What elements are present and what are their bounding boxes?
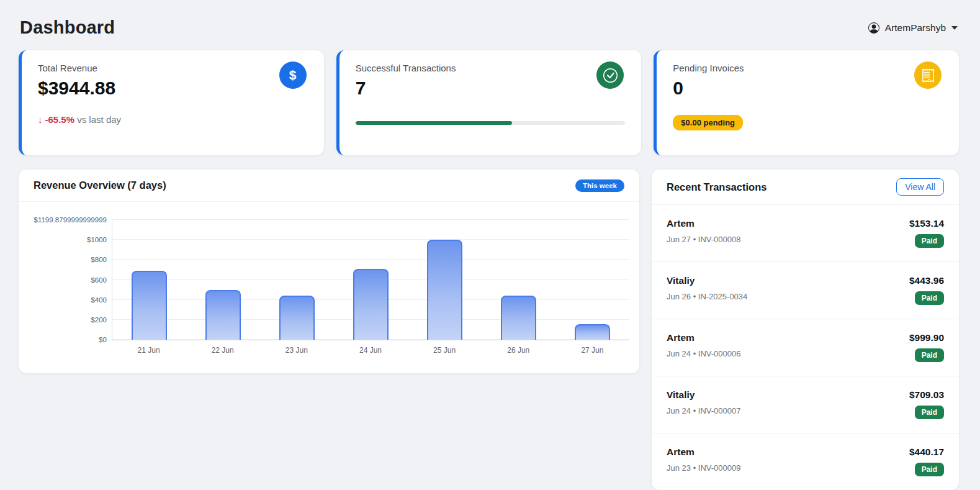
- x-axis-tick-label: 23 Jun: [259, 346, 333, 355]
- y-axis-tick-label: $600: [91, 276, 107, 284]
- transaction-name: Artem: [667, 332, 740, 343]
- pending-invoices-card: Pending Invoices 0 $0.00 pending: [654, 50, 959, 155]
- revenue-bar-27-jun[interactable]: [575, 324, 610, 340]
- transaction-row[interactable]: ArtemJun 24 • INV-000006$999.90Paid: [652, 319, 959, 376]
- status-badge: Paid: [915, 291, 944, 305]
- bar-slot: [260, 220, 334, 340]
- pending-invoices-value: 0: [673, 78, 943, 99]
- trend-suffix: vs last day: [77, 114, 121, 125]
- transaction-meta: Jun 27 • INV-000008: [667, 235, 740, 244]
- transaction-amount: $709.03: [909, 389, 944, 401]
- status-badge: Paid: [915, 406, 944, 419]
- dashboard-page: Dashboard ArtemParshyb Total Revenue $39…: [0, 0, 980, 490]
- y-axis-tick-label: $400: [91, 296, 107, 304]
- revenue-bar-25-jun[interactable]: [427, 240, 462, 340]
- bar-slot: [112, 220, 186, 340]
- stats-row: Total Revenue $3944.88 ↓-65.5% vs last d…: [19, 50, 959, 155]
- transaction-amount: $153.14: [909, 218, 944, 229]
- transaction-meta: Jun 26 • IN-2025-0034: [667, 292, 747, 301]
- bar-slot: [482, 220, 555, 340]
- transaction-info: VitaliyJun 26 • IN-2025-0034: [667, 275, 747, 301]
- top-header: Dashboard ArtemParshyb: [19, 0, 959, 50]
- revenue-panel-header: Revenue Overview (7 days) This week: [19, 170, 639, 202]
- successful-transactions-card: Successful Transactions 7: [336, 50, 642, 155]
- revenue-bar-22-jun[interactable]: [205, 290, 241, 340]
- transaction-info: VitaliyJun 24 • INV-000007: [667, 389, 740, 415]
- revenue-bar-24-jun[interactable]: [353, 269, 389, 340]
- revenue-overview-panel: Revenue Overview (7 days) This week $119…: [19, 170, 639, 373]
- revenue-chart: $1199.8799999999999$1000$800$600$400$200…: [19, 220, 639, 368]
- transactions-panel-header: Recent Transactions View All: [652, 170, 959, 205]
- revenue-trend: ↓-65.5% vs last day: [38, 114, 308, 125]
- revenue-bar-21-jun[interactable]: [132, 271, 167, 340]
- bar-slot: [408, 220, 482, 340]
- status-badge: Paid: [915, 463, 944, 476]
- view-all-button[interactable]: View All: [896, 178, 944, 196]
- revenue-panel-title: Revenue Overview (7 days): [34, 179, 166, 191]
- y-axis-tick-label: $1199.8799999999999: [34, 216, 107, 224]
- pending-amount-badge: $0.00 pending: [673, 115, 743, 130]
- x-axis-tick-label: 22 Jun: [186, 346, 259, 355]
- successful-transactions-value: 7: [356, 78, 626, 99]
- transaction-meta: Jun 24 • INV-000006: [667, 349, 740, 358]
- chart-plot-area: $1199.8799999999999$1000$800$600$400$200…: [112, 220, 629, 340]
- transaction-meta: Jun 24 • INV-000007: [667, 406, 740, 415]
- receipt-icon: [914, 61, 942, 89]
- revenue-bar-26-jun[interactable]: [501, 296, 536, 340]
- total-revenue-card: Total Revenue $3944.88 ↓-65.5% vs last d…: [19, 50, 324, 155]
- x-axis-tick-label: 25 Jun: [408, 346, 482, 355]
- transaction-name: Vitaliy: [667, 275, 747, 286]
- transaction-amount-block: $999.90Paid: [909, 332, 944, 362]
- bar-slot: [186, 220, 260, 340]
- chevron-down-icon: [951, 26, 958, 30]
- x-axis-tick-label: 24 Jun: [333, 346, 407, 355]
- stat-label: Pending Invoices: [673, 63, 943, 73]
- transaction-row[interactable]: ArtemJun 27 • INV-000008$153.14Paid: [652, 205, 959, 262]
- x-axis-tick-label: 21 Jun: [112, 346, 186, 355]
- transaction-meta: Jun 23 • INV-000009: [667, 463, 740, 473]
- transactions-panel-title: Recent Transactions: [667, 181, 766, 193]
- total-revenue-value: $3944.88: [38, 78, 308, 99]
- transaction-amount: $440.17: [909, 447, 944, 458]
- this-week-badge[interactable]: This week: [575, 179, 624, 192]
- person-circle-icon: [868, 22, 879, 34]
- transaction-amount-block: $153.14Paid: [909, 218, 944, 248]
- transaction-row[interactable]: ArtemJun 23 • INV-000009$440.17Paid: [652, 433, 959, 490]
- user-name: ArtemParshyb: [885, 22, 946, 34]
- trend-percent: -65.5%: [45, 114, 75, 125]
- chart-bars: [112, 220, 629, 340]
- chart-x-axis-labels: 21 Jun22 Jun23 Jun24 Jun25 Jun26 Jun27 J…: [112, 346, 629, 355]
- transaction-name: Artem: [667, 447, 740, 458]
- revenue-bar-23-jun[interactable]: [279, 296, 315, 340]
- y-axis-tick-label: $800: [91, 256, 107, 263]
- dollar-icon: $: [279, 61, 307, 89]
- x-axis-tick-label: 26 Jun: [482, 346, 555, 355]
- y-axis-tick-label: $200: [91, 316, 107, 324]
- transaction-name: Artem: [667, 218, 740, 229]
- transaction-amount-block: $440.17Paid: [909, 447, 944, 476]
- transaction-name: Vitaliy: [667, 389, 740, 401]
- stat-label: Successful Transactions: [356, 63, 626, 73]
- transaction-amount: $999.90: [909, 332, 944, 343]
- user-menu[interactable]: ArtemParshyb: [868, 22, 958, 34]
- bar-slot: [334, 220, 408, 340]
- y-axis-tick-label: $1000: [87, 236, 107, 243]
- arrow-down-icon: ↓: [38, 114, 43, 125]
- recent-transactions-panel: Recent Transactions View All ArtemJun 27…: [652, 170, 959, 490]
- transaction-info: ArtemJun 24 • INV-000006: [667, 332, 740, 358]
- transaction-amount-block: $709.03Paid: [909, 389, 944, 419]
- transaction-row[interactable]: VitaliyJun 26 • IN-2025-0034$443.96Paid: [652, 262, 959, 319]
- transaction-row[interactable]: VitaliyJun 24 • INV-000007$709.03Paid: [652, 376, 959, 433]
- status-badge: Paid: [915, 234, 944, 248]
- transactions-list: ArtemJun 27 • INV-000008$153.14PaidVital…: [652, 205, 959, 490]
- transactions-progress-fill: [356, 121, 512, 125]
- transaction-info: ArtemJun 23 • INV-000009: [667, 447, 740, 473]
- transaction-info: ArtemJun 27 • INV-000008: [667, 218, 740, 244]
- stat-label: Total Revenue: [38, 63, 308, 73]
- y-axis-tick-label: $0: [99, 336, 107, 343]
- page-title: Dashboard: [20, 17, 115, 38]
- transactions-progress-track: [356, 121, 626, 125]
- status-badge: Paid: [915, 348, 944, 362]
- bar-slot: [555, 220, 629, 340]
- transaction-amount-block: $443.96Paid: [909, 275, 944, 305]
